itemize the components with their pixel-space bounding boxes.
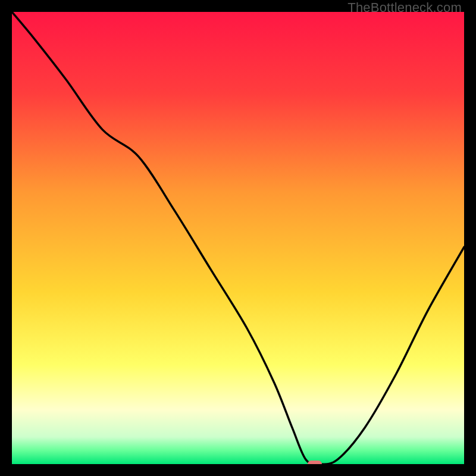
plot-area: [12, 12, 464, 464]
chart-frame: TheBottleneck.com: [0, 0, 476, 476]
optimal-point-marker: [308, 461, 322, 464]
curve-layer: [12, 12, 464, 464]
bottleneck-curve: [12, 12, 464, 464]
